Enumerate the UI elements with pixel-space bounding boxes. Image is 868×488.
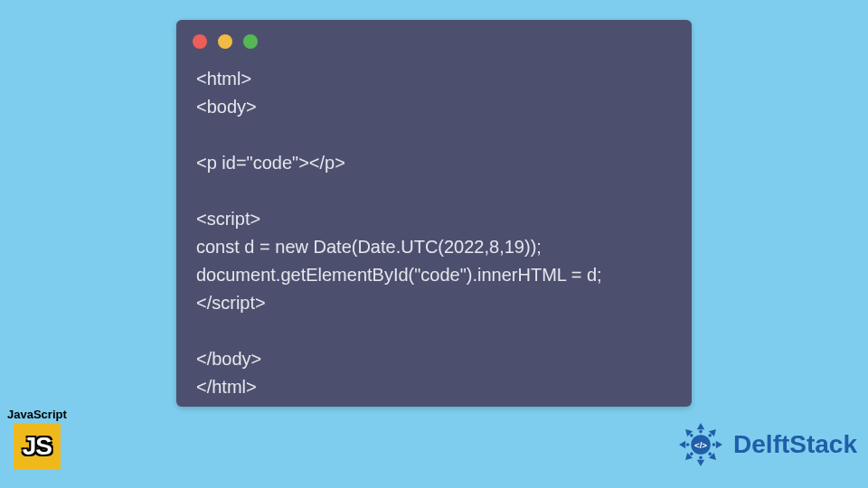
svg-point-4	[712, 443, 716, 446]
code-content: <html> <body> <p id="code"></p> <script>…	[176, 49, 692, 401]
svg-point-2	[699, 430, 703, 434]
minimize-icon	[218, 34, 232, 49]
window-controls	[176, 20, 692, 49]
javascript-icon: JS	[14, 423, 61, 470]
svg-point-8	[686, 443, 690, 446]
maximize-icon	[243, 34, 258, 49]
svg-text:</>: </>	[694, 440, 707, 450]
svg-point-6	[699, 456, 703, 460]
delftstack-label: DelftStack	[733, 430, 857, 459]
javascript-short: JS	[23, 432, 52, 461]
javascript-label: JavaScript	[7, 408, 67, 421]
close-icon	[193, 34, 207, 49]
javascript-logo: JavaScript JS	[7, 408, 67, 470]
delftstack-icon: </>	[674, 418, 728, 472]
delftstack-logo: </> DelftStack	[674, 418, 857, 472]
code-window: <html> <body> <p id="code"></p> <script>…	[176, 20, 692, 407]
